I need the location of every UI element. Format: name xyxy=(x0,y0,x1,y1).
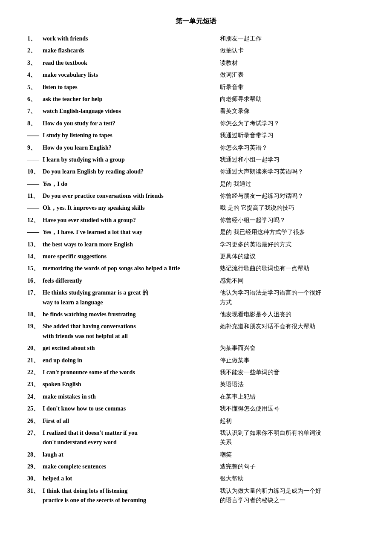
item-chinese: 学习更多的英语最好的方式 xyxy=(203,239,366,251)
item-english: I realized that it doesn't matter if you… xyxy=(41,427,203,449)
item-number: 10、 xyxy=(26,166,41,178)
item-chinese: 看英文录像 xyxy=(203,105,366,117)
item-chinese: 熟记流行歌曲的歌词也有一点帮助 xyxy=(203,263,366,275)
item-chinese: 我认为做大量的听力练习是成为一个好的语言学习者的秘诀之一 xyxy=(203,485,366,507)
item-chinese: 在某事上犯错 xyxy=(203,391,366,403)
list-item: ——I learn by studying with a group我通过和小组… xyxy=(26,154,366,166)
list-item: 12、Have you ever studied with a group?你曾… xyxy=(26,214,366,226)
item-number: 12、 xyxy=(26,214,41,226)
item-chinese: 我不懂得怎么使用逗号 xyxy=(203,403,366,415)
list-item: ——I study by listening to tapes我通过听录音带学习 xyxy=(26,130,366,142)
item-english: First of all xyxy=(41,415,203,427)
item-chinese: 你通过大声朗读来学习英语吗？ xyxy=(203,166,366,178)
item-chinese: 听录音带 xyxy=(203,81,366,93)
item-english: feels differently xyxy=(41,275,203,287)
item-chinese: 向老师寻求帮助 xyxy=(203,93,366,105)
item-chinese: 起初 xyxy=(203,415,366,427)
item-chinese: 做词汇表 xyxy=(203,69,366,81)
list-item: 31、I think that doing lots of listeningp… xyxy=(26,485,366,507)
item-english: make flashcards xyxy=(41,45,203,57)
item-chinese: 你怎么学习英语？ xyxy=(203,142,366,154)
item-chinese: 他认为学习语法是学习语言的一个很好方式 xyxy=(203,287,366,309)
item-number: 9、 xyxy=(26,142,41,154)
list-item: 8、How do you study for a test?你怎么为了考试学习？ xyxy=(26,118,366,130)
item-number: —— xyxy=(26,202,41,214)
item-chinese: 感觉不同 xyxy=(203,275,366,287)
list-item: 23、spoken English英语语法 xyxy=(26,379,366,390)
list-item: 27、I realized that it doesn't matter if … xyxy=(26,427,366,449)
item-number: 18、 xyxy=(26,309,41,321)
item-number: —— xyxy=(26,154,41,166)
item-english: get excited about sth xyxy=(41,342,203,354)
item-number: 13、 xyxy=(26,239,41,251)
item-number: 28、 xyxy=(26,449,41,461)
item-english: Have you ever studied with a group? xyxy=(41,214,203,226)
item-english: ask the teacher for help xyxy=(41,93,203,105)
item-chinese: 造完整的句子 xyxy=(203,461,366,473)
item-number: 17、 xyxy=(26,287,41,309)
list-item: 11、Do you ever practice conversations wi… xyxy=(26,190,366,202)
list-item: 9、How do you learn English?你怎么学习英语？ xyxy=(26,142,366,154)
item-number: 5、 xyxy=(26,81,41,93)
list-item: 19、She added that having conversationswi… xyxy=(26,321,366,342)
item-english: Do you learn English by reading aloud? xyxy=(41,166,203,178)
item-chinese: 你曾经与朋友一起练习对话吗？ xyxy=(203,190,366,202)
item-number: 1、 xyxy=(26,33,41,45)
list-item: 22、I can't pronounce some of the words我不… xyxy=(26,367,366,379)
item-english: make vocabulary lists xyxy=(41,69,203,81)
item-english: make mistakes in sth xyxy=(41,391,203,403)
list-item: 4、make vocabulary lists做词汇表 xyxy=(26,69,366,81)
item-english: memorizing the words of pop songs also h… xyxy=(41,263,203,275)
item-number: 15、 xyxy=(26,263,41,275)
item-english: Oh，yes. It improves my speaking skills xyxy=(41,202,203,214)
item-chinese: 我不能发一些单词的音 xyxy=(203,367,366,379)
list-item: 17、He thinks studying grammar is a great… xyxy=(26,287,366,309)
item-english: more specific suggestions xyxy=(41,251,203,263)
item-number: 3、 xyxy=(26,57,41,69)
item-number: 24、 xyxy=(26,391,41,403)
page-title: 第一单元短语 xyxy=(26,17,366,26)
item-english: I learn by studying with a group xyxy=(41,154,203,166)
item-number: 19、 xyxy=(26,321,41,342)
item-chinese: 嘲笑 xyxy=(203,449,366,461)
item-english: He thinks studying grammar is a great 的w… xyxy=(41,287,203,309)
item-english: Do you ever practice conversations with … xyxy=(41,190,203,202)
item-chinese: 他发现看电影是令人沮丧的 xyxy=(203,309,366,321)
item-chinese: 为某事而兴奋 xyxy=(203,342,366,354)
item-chinese: 你曾经小组一起学习吗？ xyxy=(203,214,366,226)
item-chinese: 你怎么为了考试学习？ xyxy=(203,118,366,130)
list-item: 16、feels differently感觉不同 xyxy=(26,275,366,287)
item-number: 4、 xyxy=(26,69,41,81)
list-item: 25、I don't know how to use commas我不懂得怎么使… xyxy=(26,403,366,415)
item-number: 6、 xyxy=(26,93,41,105)
item-chinese: 哦 是的 它提高了我说的技巧 xyxy=(203,202,366,214)
item-number: 16、 xyxy=(26,275,41,287)
item-english: work with friends xyxy=(41,33,203,45)
item-number: —— xyxy=(26,226,41,238)
item-number: 26、 xyxy=(26,415,41,427)
item-chinese: 是的 我通过 xyxy=(203,178,366,190)
item-english: watch English-language videos xyxy=(41,105,203,117)
list-item: 20、get excited about sth为某事而兴奋 xyxy=(26,342,366,354)
item-number: 11、 xyxy=(26,190,41,202)
list-item: 6、ask the teacher for help向老师寻求帮助 xyxy=(26,93,366,105)
list-item: ——Yes，I do是的 我通过 xyxy=(26,178,366,190)
item-english: laugh at xyxy=(41,449,203,461)
item-chinese: 更具体的建议 xyxy=(203,251,366,263)
item-number: 31、 xyxy=(26,485,41,507)
list-item: 26、First of all起初 xyxy=(26,415,366,427)
item-number: 30、 xyxy=(26,473,41,485)
item-number: —— xyxy=(26,130,41,142)
item-english: How do you study for a test? xyxy=(41,118,203,130)
item-number: 21、 xyxy=(26,355,41,367)
item-chinese: 我通过听录音带学习 xyxy=(203,130,366,142)
item-number: 25、 xyxy=(26,403,41,415)
list-item: 28、laugh at嘲笑 xyxy=(26,449,366,461)
item-english: I can't pronounce some of the words xyxy=(41,367,203,379)
item-chinese: 她补充道和朋友对话不会有很大帮助 xyxy=(203,321,366,342)
item-chinese: 很大帮助 xyxy=(203,473,366,485)
item-number: 23、 xyxy=(26,379,41,390)
list-item: 1、work with friends和朋友一起工作 xyxy=(26,33,366,45)
item-chinese: 英语语法 xyxy=(203,379,366,390)
item-english: he finds watching movies frustrating xyxy=(41,309,203,321)
